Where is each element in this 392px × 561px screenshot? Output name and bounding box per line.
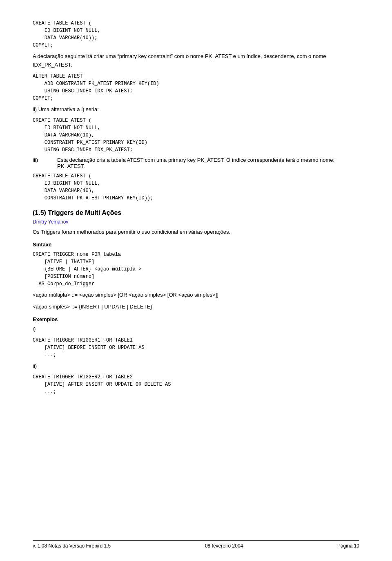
sintaxe-heading: Sintaxe	[33, 241, 359, 248]
code-block-4: CREATE TABLE ATEST ( ID BIGINT NOT NULL,…	[33, 172, 359, 202]
code-block-1: CREATE TABLE ATEST ( ID BIGINT NOT NULL,…	[33, 20, 359, 49]
author-name: Dmitry Yemanov	[33, 219, 359, 225]
acao-simples: <ação simples> ::= {INSERT | UPDATE | DE…	[33, 303, 359, 311]
code-block-6: CREATE TRIGGER TRIGGER1 FOR TABLE1 [ATIV…	[33, 337, 359, 359]
footer-right: Página 10	[337, 543, 359, 549]
section-heading: (1.5) Triggers de Multi Ações	[33, 209, 359, 217]
paragraph-ii: ii) Uma alternativa a i) seria:	[33, 105, 359, 114]
roman-iii-content: Esta declaração cria a tabela ATEST com …	[57, 157, 359, 169]
code-block-2: ALTER TABLE ATEST ADD CONSTRAINT PK_ATES…	[33, 73, 359, 102]
intro-text: Os Triggers foram melhorados para permit…	[33, 228, 359, 237]
code-block-5: CREATE TRIGGER nome FOR tabela [ATIVE | …	[33, 251, 359, 288]
roman-iii-label: iii)	[33, 157, 57, 163]
acao-multipla: <ação múltipla> ::= <ação simples> [OR <…	[33, 291, 359, 299]
code-block-7: CREATE TRIGGER TRIGGER2 FOR TABLE2 [ATIV…	[33, 373, 359, 396]
code-block-3: CREATE TABLE ATEST ( ID BIGINT NOT NULL,…	[33, 117, 359, 154]
footer-left: v. 1.08 Notas da Versão Firebird 1.5	[33, 543, 111, 549]
example-ii-label: ii)	[33, 362, 359, 371]
page: CREATE TABLE ATEST ( ID BIGINT NOT NULL,…	[0, 0, 392, 561]
roman-iii-item: iii) Esta declaração cria a tabela ATEST…	[33, 157, 359, 169]
footer-center: 08 fevereiro 2004	[205, 543, 243, 549]
footer: v. 1.08 Notas da Versão Firebird 1.5 08 …	[33, 540, 359, 549]
paragraph-1: A declaração seguinte irá criar uma “pri…	[33, 52, 359, 69]
example-i-label: i)	[33, 325, 359, 333]
exemplos-heading: Exemplos	[33, 316, 359, 322]
